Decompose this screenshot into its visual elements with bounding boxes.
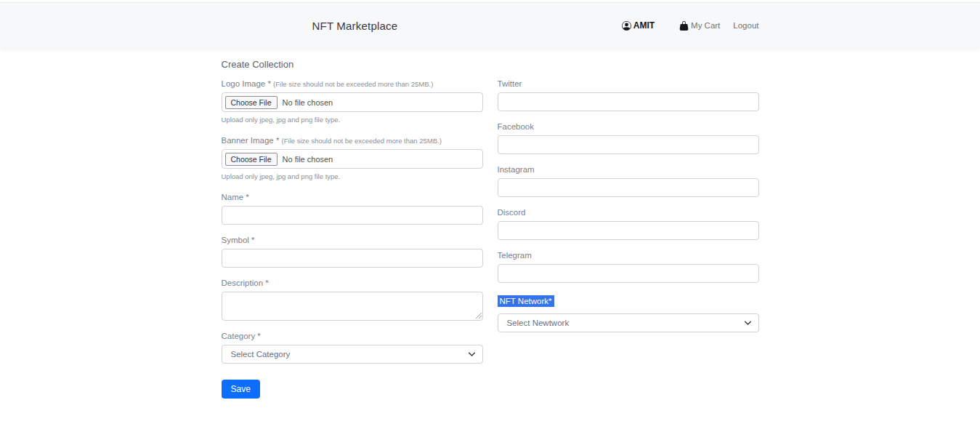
name-input[interactable]: [222, 206, 483, 225]
name-group: Name *: [222, 193, 483, 225]
banner-choose-file-button[interactable]: Choose File: [225, 153, 278, 166]
page-title: Create Collection: [222, 59, 759, 70]
description-group: Description *: [222, 279, 483, 321]
category-group: Category * Select Category: [222, 332, 483, 364]
instagram-group: Instagram: [498, 165, 759, 197]
navbar-container: NFT Marketplace AMIT My Cart: [222, 3, 759, 48]
telegram-label: Telegram: [498, 251, 759, 260]
symbol-group: Symbol *: [222, 236, 483, 268]
nft-network-label: NFT Network*: [498, 295, 554, 307]
banner-image-group: Banner Image * (File size should not be …: [222, 136, 483, 180]
logo-image-label: Logo Image * (File size should not be ex…: [222, 79, 483, 88]
discord-label: Discord: [498, 208, 759, 217]
logo-file-input[interactable]: Choose File No file chosen: [222, 92, 483, 112]
instagram-label: Instagram: [498, 165, 759, 174]
logo-choose-file-button[interactable]: Choose File: [225, 96, 278, 109]
save-button[interactable]: Save: [222, 380, 260, 399]
twitter-group: Twitter: [498, 79, 759, 111]
navbar: NFT Marketplace AMIT My Cart: [0, 2, 980, 48]
discord-input[interactable]: [498, 221, 759, 240]
form-right-column: Twitter Facebook Instagram Discord Teleg…: [498, 79, 759, 343]
nft-network-selected-value: Select Newtwork: [507, 319, 570, 327]
person-circle-icon: [622, 21, 631, 31]
description-textarea[interactable]: [222, 292, 483, 321]
form-left-column: Logo Image * (File size should not be ex…: [222, 79, 483, 399]
banner-file-input[interactable]: Choose File No file chosen: [222, 149, 483, 169]
resize-handle-icon[interactable]: [475, 312, 482, 319]
logo-image-group: Logo Image * (File size should not be ex…: [222, 79, 483, 124]
telegram-group: Telegram: [498, 251, 759, 283]
facebook-input[interactable]: [498, 135, 759, 154]
brand-title[interactable]: NFT Marketplace: [312, 20, 398, 32]
nft-network-select[interactable]: Select Newtwork: [498, 313, 759, 332]
logout-label: Logout: [733, 21, 758, 30]
description-label: Description *: [222, 279, 483, 287]
category-select[interactable]: Select Category: [222, 345, 483, 364]
logo-file-hint: Upload only jpeg, jpg and png file type.: [222, 116, 483, 124]
symbol-label: Symbol *: [222, 236, 483, 244]
name-label: Name *: [222, 193, 483, 201]
facebook-label: Facebook: [498, 122, 759, 131]
discord-group: Discord: [498, 208, 759, 240]
banner-file-status: No file chosen: [283, 155, 333, 164]
logo-size-note: (File size should not be exceeded more t…: [273, 80, 433, 88]
twitter-input[interactable]: [498, 92, 759, 111]
facebook-group: Facebook: [498, 122, 759, 154]
telegram-input[interactable]: [498, 264, 759, 283]
user-menu[interactable]: AMIT: [622, 20, 655, 31]
my-cart-label: My Cart: [691, 21, 720, 30]
logout-link[interactable]: Logout: [733, 21, 758, 30]
cart-bag-icon: [679, 21, 689, 31]
instagram-input[interactable]: [498, 178, 759, 197]
twitter-label: Twitter: [498, 79, 759, 88]
category-label: Category *: [222, 332, 483, 340]
chevron-down-icon: [744, 319, 752, 327]
symbol-input[interactable]: [222, 249, 483, 268]
banner-size-note: (File size should not be exceeded more t…: [282, 137, 442, 145]
logo-file-status: No file chosen: [283, 98, 333, 107]
user-name: AMIT: [633, 20, 655, 31]
create-collection-form: Create Collection Logo Image * (File siz…: [222, 48, 759, 399]
nft-network-group: NFT Network* Select Newtwork: [498, 294, 759, 332]
category-selected-value: Select Category: [231, 350, 291, 359]
banner-file-hint: Upload only jpeg, jpg and png file type.: [222, 172, 483, 180]
chevron-down-icon: [468, 351, 476, 359]
navbar-links: AMIT My Cart Logout: [622, 20, 759, 31]
banner-image-label: Banner Image * (File size should not be …: [222, 136, 483, 145]
my-cart-link[interactable]: My Cart: [679, 21, 720, 31]
